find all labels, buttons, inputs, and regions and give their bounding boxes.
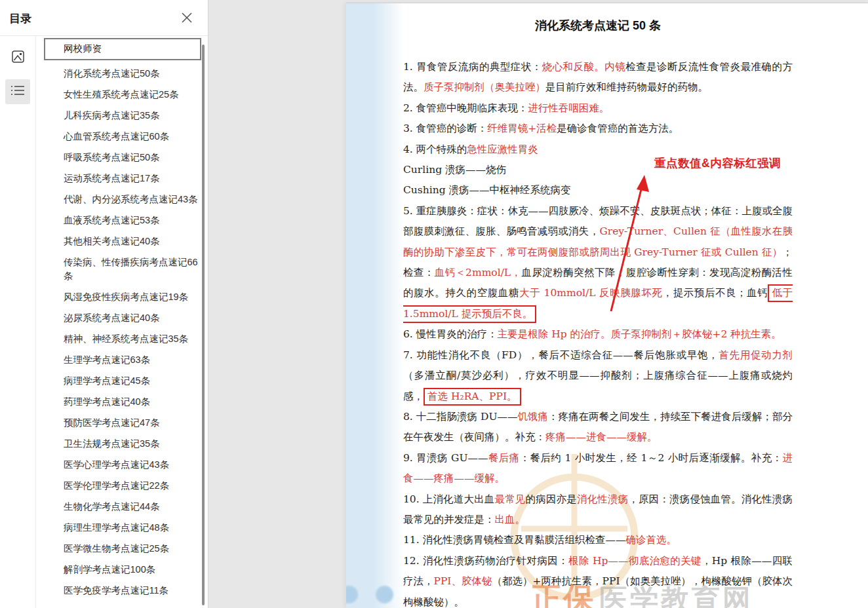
doc-text-run: 4. 两个特殊的: [403, 143, 467, 155]
doc-text-run: 12. 消化性溃疡药物治疗针对病因：: [403, 555, 568, 567]
viewer-background: 消化系统考点速记 50 条 1. 胃食管反流病的典型症状：烧心和反酸。内镜检查是…: [209, 0, 868, 608]
doc-text-run: 1. 胃食管反流病的典型症状：: [403, 61, 542, 73]
toc-item[interactable]: 网校师资: [44, 38, 201, 60]
decorative-dot: [376, 586, 393, 603]
toc-sidebar: 目录 网校师资消化系统考点速记50条女性: [0, 0, 208, 608]
doc-text-run: 7. 功能性消化不良（FD），餐后不适综合征——餐后饱胀或早饱，: [403, 349, 719, 361]
toc-item[interactable]: 医学伦理学考点速记22条: [44, 476, 201, 497]
toc-item[interactable]: 血液系统考点速记53条: [44, 210, 201, 231]
red-boxed-text: 首选 H₂RA、PPI。: [424, 388, 521, 406]
toc-item[interactable]: 预防医学考点速记47条: [44, 413, 201, 434]
sidebar-icon-rail: [0, 36, 36, 608]
toc-item[interactable]: 生物化学考点速记44条: [44, 497, 201, 518]
toc-item[interactable]: 风湿免疫性疾病考点速记19条: [44, 287, 201, 308]
doc-text-run: 大于 10mmol/L 反映胰腺坏死: [519, 287, 663, 299]
doc-paragraph: 3. 食管癌的诊断：纤维胃镜+活检是确诊食管癌的首选方法。: [403, 119, 793, 139]
doc-paragraph: 8. 十二指肠溃疡 DU——饥饿痛：疼痛在两餐之间发生，持续至下餐进食后缓解；部…: [403, 407, 793, 448]
doc-text-run: Cushing 溃疡——中枢神经系统病变: [403, 184, 571, 196]
doc-text-run: 8. 十二指肠溃疡 DU——: [403, 411, 517, 423]
toc-item[interactable]: 解剖学考点速记100条: [44, 560, 201, 580]
doc-text-run: 血钙＜2mmol/L，: [435, 267, 522, 278]
doc-text-run: 质子泵抑制剂（奥美拉唑）: [424, 81, 545, 93]
sidebar-title: 目录: [9, 11, 31, 26]
doc-text-run: 疼痛——进食——缓解。: [545, 431, 658, 443]
doc-paragraph: 1. 胃食管反流病的典型症状：烧心和反酸。内镜检查是诊断反流性食管炎最准确的方法…: [403, 57, 793, 98]
doc-text-run: 最常见: [495, 493, 526, 505]
doc-text-run: ，提示预后不良；血钙: [663, 287, 768, 299]
page-left-decoration: [346, 3, 404, 608]
toc-item[interactable]: 代谢、内分泌系统考点速记43条: [44, 189, 201, 210]
doc-text-run: 消化性溃疡: [577, 493, 628, 505]
doc-paragraph: 5. 重症胰腺炎：症状：休克——四肢厥冷、烦躁不安、皮肤斑点状；体征：上腹或全腹…: [403, 201, 793, 324]
toc-item[interactable]: 其他相关考点速记40条: [44, 231, 201, 252]
doc-text-run: 9. 胃溃疡 GU——: [403, 452, 488, 464]
doc-text-run: 首先用促动力剂: [719, 349, 793, 361]
doc-paragraph: 2. 食管癌中晚期临床表现：进行性吞咽困难。: [403, 98, 793, 119]
red-annotation-label: 重点数值&内容标红强调: [654, 155, 781, 171]
toc-item[interactable]: 心血管系统考点速记60条: [44, 126, 201, 147]
doc-text-run: 出血。: [495, 514, 526, 525]
close-icon[interactable]: [180, 11, 193, 24]
doc-text-run: ：餐后约 1 小时发生，经 1～2 小时后逐渐缓解。补充：: [520, 452, 783, 464]
doc-text-run: 饥饿痛: [517, 411, 548, 423]
doc-text-run: 根除 Hp——彻底治愈的关键: [568, 555, 701, 567]
doc-text-run: 是目前疗效和维持药物最好的药物。: [545, 81, 708, 93]
doc-text-run: 的病因亦是: [526, 493, 577, 505]
toc-item[interactable]: 药理学考点速记40条: [44, 392, 201, 413]
toc-list: 网校师资消化系统考点速记50条女性生殖系统考点速记25条儿科疾病考点速记35条心…: [44, 38, 201, 601]
toc-item[interactable]: 女性生殖系统考点速记25条: [44, 85, 201, 105]
doc-text-run: PPI、胶体铋: [434, 575, 492, 587]
toc-item[interactable]: 医学微生物考点速记25条: [44, 539, 201, 560]
doc-text-run: 纤维胃镜+活检: [487, 123, 557, 134]
doc-text-run: Curling 溃疡——烧伤: [403, 164, 506, 176]
doc-paragraph: 12. 消化性溃疡药物治疗针对病因：根除 Hp——彻底治愈的关键，Hp 根除——…: [403, 551, 793, 608]
doc-text-run: 餐后痛: [488, 452, 520, 464]
toc-item[interactable]: 消化系统考点速记50条: [44, 64, 201, 85]
sidebar-scrollbar-thumb[interactable]: [202, 45, 205, 605]
sidebar-header: 目录: [0, 0, 208, 36]
toc-item[interactable]: 运动系统考点速记17条: [44, 168, 201, 189]
document-page: 消化系统考点速记 50 条 1. 胃食管反流病的典型症状：烧心和反酸。内镜检查是…: [346, 3, 868, 608]
toc-item[interactable]: 医学心理学考点速记43条: [44, 455, 201, 476]
document-content: 消化系统考点速记 50 条 1. 胃食管反流病的典型症状：烧心和反酸。内镜检查是…: [403, 3, 793, 608]
doc-paragraph: 11. 消化性溃疡胃镜检查及胃黏膜活组织检查——确诊首选。: [403, 530, 793, 550]
list-outline-icon: [10, 85, 25, 99]
doc-paragraph: 10. 上消化道大出血最常见的病因亦是消化性溃疡，原因：溃疡侵蚀血管。消化性溃疡…: [403, 489, 793, 531]
thumbnail-view-button[interactable]: [5, 45, 30, 70]
doc-text-run: 烧心和反酸。内镜: [542, 61, 626, 73]
toc-item[interactable]: 儿科疾病考点速记35条: [44, 105, 201, 126]
doc-paragraphs: 1. 胃食管反流病的典型症状：烧心和反酸。内镜检查是诊断反流性食管炎最准确的方法…: [403, 57, 793, 608]
doc-text-run: 6. 慢性胃炎的治疗：: [403, 328, 498, 340]
toc-item[interactable]: 泌尿系统考点速记40条: [44, 308, 201, 329]
toc-item[interactable]: 病理学考点速记45条: [44, 371, 201, 392]
doc-text-run: 3. 食管癌的诊断：: [403, 123, 487, 134]
toc-item[interactable]: 卫生法规考点速记35条: [44, 434, 201, 455]
doc-text-run: 主要是根除 Hp 的治疗。质子泵抑制剂＋胶体铋+2 种抗生素。: [498, 328, 781, 340]
toc-item[interactable]: 精神、神经系统考点速记35条: [44, 329, 201, 350]
document-title: 消化系统考点速记 50 条: [403, 3, 793, 33]
outline-view-button[interactable]: [5, 79, 30, 104]
doc-paragraph: 6. 慢性胃炎的治疗：主要是根除 Hp 的治疗。质子泵抑制剂＋胶体铋+2 种抗生…: [403, 324, 793, 345]
doc-text-run: 2. 食管癌中晚期临床表现：: [403, 102, 528, 114]
toc-item[interactable]: 医学免疫学考点速记11条: [44, 580, 201, 601]
image-thumbnail-icon: [11, 50, 25, 66]
doc-paragraph: Cushing 溃疡——中枢神经系统病变: [403, 180, 793, 200]
toc-item[interactable]: 传染病、性传播疾病考点速记66条: [44, 252, 201, 287]
toc-item[interactable]: 病理生理学考点速记48条: [44, 518, 201, 539]
doc-text-run: 进行性吞咽困难。: [528, 102, 609, 114]
doc-text-run: 确诊首选。: [626, 534, 677, 546]
doc-paragraph: 9. 胃溃疡 GU——餐后痛：餐后约 1 小时发生，经 1～2 小时后逐渐缓解。…: [403, 448, 793, 489]
toc-item[interactable]: 生理学考点速记63条: [44, 350, 201, 371]
doc-text-run: 11. 消化性溃疡胃镜检查及胃黏膜活组织检查——: [403, 534, 626, 546]
doc-text-run: 10. 上消化道大出血: [403, 493, 495, 505]
doc-paragraph: 7. 功能性消化不良（FD），餐后不适综合征——餐后饱胀或早饱，首先用促动力剂（…: [403, 345, 793, 407]
doc-text-run: 急性应激性胃炎: [467, 143, 538, 155]
doc-text-run: 是确诊食管癌的首选方法。: [557, 123, 679, 134]
toc-item[interactable]: 呼吸系统考点速记50条: [44, 147, 201, 168]
